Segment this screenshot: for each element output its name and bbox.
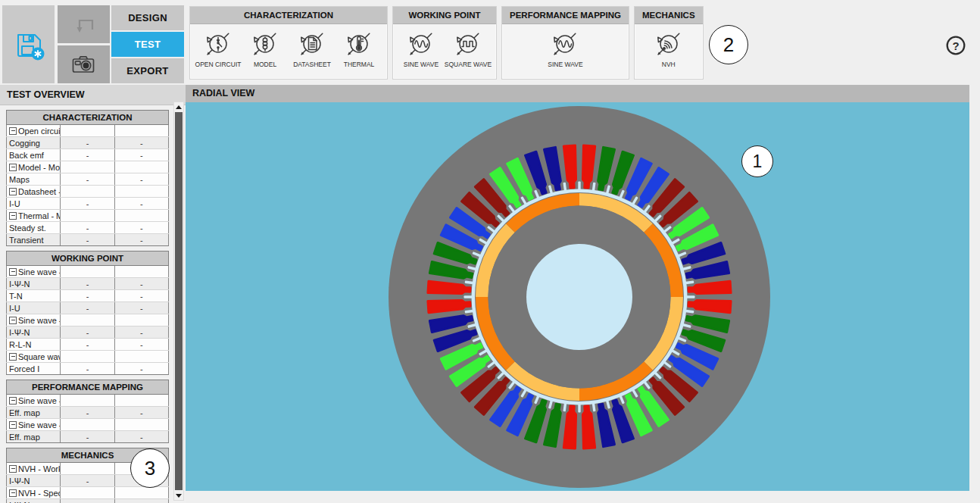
tree-group-row[interactable]: Open circuit - Motor ... — [7, 125, 169, 137]
collapse-icon[interactable] — [9, 188, 17, 195]
value-cell: - — [61, 363, 114, 375]
value-cell — [61, 125, 114, 137]
value-cell: - — [114, 363, 168, 375]
radial-view-title: RADIAL VIEW — [186, 85, 969, 102]
test-result-row[interactable]: Cogging-- — [7, 137, 169, 149]
value-cell — [114, 125, 168, 137]
sidebar-title: TEST OVERVIEW — [0, 85, 186, 105]
tab-export[interactable]: EXPORT — [111, 58, 184, 83]
value-cell: - — [61, 222, 114, 234]
tab-design[interactable]: DESIGN — [111, 5, 184, 30]
tree-group-row[interactable]: Sine wave - Motor — [7, 395, 169, 407]
test-overview-tables: CHARACTERIZATIONOpen circuit - Motor ...… — [6, 110, 169, 503]
test-result-row[interactable]: Maps-- — [7, 173, 169, 186]
import-arrow-button[interactable] — [58, 5, 110, 43]
value-cell: - — [61, 290, 114, 302]
tree-group-row[interactable]: Sine wave - Generator — [7, 314, 169, 326]
test-result-row[interactable]: Back emf-- — [7, 149, 169, 161]
collapse-icon[interactable] — [9, 465, 17, 473]
save-button[interactable] — [2, 5, 55, 83]
scrollbar-up-arrow[interactable] — [174, 102, 183, 111]
test-button-thermal[interactable]: THERMAL — [336, 26, 382, 68]
test-button-open-circuit[interactable]: OPEN CIRCUIT — [195, 26, 242, 68]
test-result-row[interactable]: I-U-- — [7, 302, 169, 314]
test-button-label: DATASHEET — [293, 61, 331, 68]
test-section-characterization: CHARACTERIZATIONOpen circuit - Motor ...… — [6, 110, 169, 246]
value-cell — [61, 314, 114, 326]
value-cell — [61, 487, 114, 499]
collapse-icon[interactable] — [9, 164, 17, 171]
value-cell — [61, 395, 114, 407]
value-cell — [114, 266, 168, 278]
tree-group-row[interactable]: Datasheet - Motor — [7, 186, 169, 198]
test-section-performance-mapping: PERFORMANCE MAPPINGSine wave - MotorEff.… — [6, 380, 169, 443]
test-result-row[interactable]: T-N-- — [7, 290, 169, 302]
test-button-nvh[interactable]: NVH — [645, 26, 692, 68]
value-cell — [61, 186, 114, 198]
test-result-row[interactable]: Transient-- — [7, 234, 169, 246]
row-label: I-Ψ-N — [7, 475, 61, 487]
collapse-icon[interactable] — [9, 397, 17, 405]
test-result-row[interactable]: R-L-N-- — [7, 339, 169, 351]
value-cell: - — [61, 234, 114, 246]
test-button-label: THERMAL — [344, 61, 375, 68]
collapse-icon[interactable] — [9, 489, 17, 497]
value-cell — [114, 395, 168, 407]
annotation-circle-1: 1 — [741, 145, 773, 177]
test-button-datasheet[interactable]: DATASHEET — [289, 26, 336, 68]
collapse-icon[interactable] — [9, 421, 17, 429]
collapse-icon[interactable] — [9, 127, 17, 135]
nvh-test-icon — [653, 27, 685, 61]
collapse-icon[interactable] — [9, 317, 17, 324]
help-button[interactable]: ? — [944, 34, 968, 58]
value-cell: - — [114, 407, 168, 419]
value-cell: - — [114, 173, 168, 186]
test-result-row[interactable]: I-Ψ-N-- — [7, 326, 169, 339]
test-result-row[interactable]: I-U-- — [7, 198, 169, 210]
snapshot-button[interactable] — [58, 45, 110, 83]
test-button-model[interactable]: MODEL — [242, 26, 289, 68]
tree-group-row[interactable]: Sine wave - Motor — [7, 266, 169, 278]
row-label: Eff. map — [7, 431, 61, 443]
test-result-row[interactable]: Eff. map-- — [7, 431, 169, 443]
scrollbar-down-arrow[interactable] — [174, 491, 183, 500]
tree-group-row[interactable]: Model - Motor — [7, 161, 169, 173]
row-label: Forced I — [7, 363, 61, 375]
radial-view-canvas[interactable]: 1 — [186, 102, 969, 491]
test-button-label: MODEL — [254, 61, 276, 68]
row-label: I-U — [7, 198, 61, 210]
value-cell: - — [61, 302, 114, 314]
tree-group-row[interactable]: NVH - Spectrogram — [7, 487, 169, 499]
value-cell: - — [61, 339, 114, 351]
test-button-sine-wave[interactable]: SINE WAVE — [541, 26, 588, 68]
collapse-icon[interactable] — [9, 353, 17, 361]
test-result-row[interactable]: Eff. map-- — [7, 407, 169, 419]
collapse-icon[interactable] — [9, 212, 17, 220]
value-cell: - — [114, 222, 168, 234]
tree-group-row[interactable]: Thermal - Motor & Ge... — [7, 210, 169, 222]
value-cell: - — [114, 234, 168, 246]
scrollbar-thumb[interactable] — [175, 112, 183, 490]
test-button-label: SQUARE WAVE — [445, 61, 492, 68]
value-cell — [114, 351, 168, 363]
row-label: R-L-N — [7, 339, 61, 351]
tree-group-row[interactable]: Square wave - Motor — [7, 351, 169, 363]
svg-text:?: ? — [952, 39, 959, 52]
value-cell — [114, 487, 168, 499]
test-button-sine-wave[interactable]: SINE WAVE — [398, 26, 445, 68]
test-result-row[interactable]: Forced I-- — [7, 363, 169, 375]
value-cell — [61, 161, 114, 173]
test-button-square-wave[interactable]: SQUARE WAVE — [445, 26, 492, 68]
test-result-row[interactable]: I-Ψ-N-- — [7, 499, 169, 503]
tree-group-row[interactable]: Sine wave - Generator — [7, 419, 169, 431]
test-result-row[interactable]: Steady st.-- — [7, 222, 169, 234]
sidebar-scrollbar[interactable] — [173, 102, 184, 501]
test-result-row[interactable]: I-Ψ-N-- — [7, 278, 169, 290]
group-label: NVH - Spectrogram — [7, 487, 61, 499]
ribbon-group-title: CHARACTERIZATION — [190, 7, 387, 24]
tab-test[interactable]: TEST — [111, 32, 184, 57]
row-label: Transient — [7, 234, 61, 246]
ribbon-group-working-point: WORKING POINTSINE WAVESQUARE WAVE — [392, 6, 497, 80]
collapse-icon[interactable] — [9, 268, 17, 276]
annotation-circle-2: 2 — [709, 25, 748, 64]
